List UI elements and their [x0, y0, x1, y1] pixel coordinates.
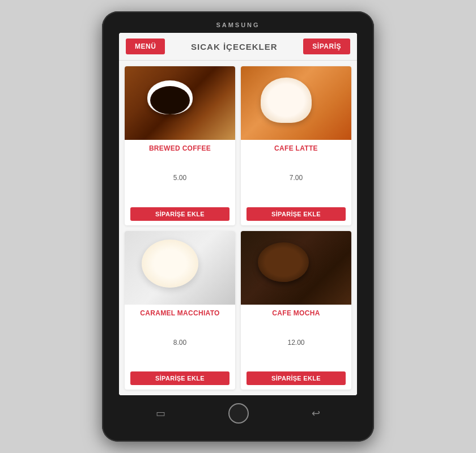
caramel-macchiato-image: [125, 231, 235, 305]
tablet-brand-label: SAMSUNG: [216, 22, 260, 28]
cafe-mocha-body: CAFE MOCHA 12.00 SİPARİŞE EKLE: [241, 305, 351, 390]
menu-item-cafe-latte: CAFE LATTE 7.00 SİPARİŞE EKLE: [241, 66, 351, 225]
caramel-macchiato-body: CARAMEL MACCHIATO 8.00 SİPARİŞE EKLE: [125, 305, 235, 390]
menu-item-caramel-macchiato: CARAMEL MACCHIATO 8.00 SİPARİŞE EKLE: [125, 231, 235, 390]
cafe-latte-image: [241, 66, 351, 140]
brewed-coffee-add-button[interactable]: SİPARİŞE EKLE: [130, 207, 230, 221]
cafe-mocha-image: [241, 231, 351, 305]
brewed-coffee-image: [125, 66, 235, 140]
app-header: MENÜ SICAK İÇECEKLER SİPARİŞ: [119, 33, 357, 61]
caramel-macchiato-add-button[interactable]: SİPARİŞE EKLE: [130, 371, 230, 385]
order-button[interactable]: SİPARİŞ: [303, 39, 350, 54]
bottom-nav-bar: ▭ ↩: [108, 401, 368, 426]
caramel-macchiato-price: 8.00: [173, 339, 186, 347]
brewed-coffee-body: BREWED COFFEE 5.00 SİPARİŞE EKLE: [125, 140, 235, 225]
page-title: SICAK İÇECEKLER: [191, 42, 278, 52]
brewed-coffee-price: 5.00: [173, 174, 186, 182]
tablet-device: SAMSUNG MENÜ SICAK İÇECEKLER SİPARİŞ BRE…: [102, 11, 374, 442]
cafe-mocha-name: CAFE MOCHA: [272, 309, 320, 317]
home-button[interactable]: [228, 403, 249, 424]
menu-item-brewed-coffee: BREWED COFFEE 5.00 SİPARİŞE EKLE: [125, 66, 235, 225]
cafe-mocha-price: 12.00: [287, 339, 304, 347]
cafe-mocha-add-button[interactable]: SİPARİŞE EKLE: [246, 371, 346, 385]
cafe-latte-price: 7.00: [290, 174, 303, 182]
menu-item-cafe-mocha: CAFE MOCHA 12.00 SİPARİŞE EKLE: [241, 231, 351, 390]
menu-grid: BREWED COFFEE 5.00 SİPARİŞE EKLE CAFE LA…: [119, 61, 357, 395]
menu-button[interactable]: MENÜ: [126, 39, 165, 54]
recent-apps-icon[interactable]: ▭: [156, 407, 165, 420]
brewed-coffee-name: BREWED COFFEE: [149, 144, 211, 152]
cafe-latte-name: CAFE LATTE: [274, 144, 318, 152]
caramel-macchiato-name: CARAMEL MACCHIATO: [140, 309, 219, 317]
cafe-latte-add-button[interactable]: SİPARİŞE EKLE: [246, 207, 346, 221]
tablet-screen: MENÜ SICAK İÇECEKLER SİPARİŞ BREWED COFF…: [119, 33, 357, 395]
cafe-latte-body: CAFE LATTE 7.00 SİPARİŞE EKLE: [241, 140, 351, 225]
back-icon[interactable]: ↩: [312, 407, 320, 420]
